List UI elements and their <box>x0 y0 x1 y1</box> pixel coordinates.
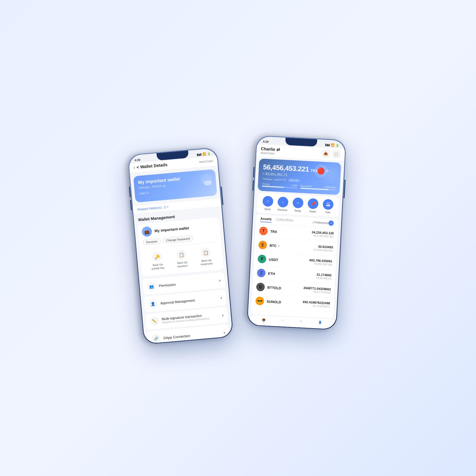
bttold-logo: B <box>256 282 265 291</box>
add-asset-button[interactable]: + <box>328 220 334 226</box>
energy-stat: Energy 37/60 <box>262 182 298 189</box>
approval-title: Approval Management <box>160 296 218 305</box>
volume-down-button <box>130 200 132 210</box>
permission-title: Permission <box>159 279 216 288</box>
volume-up-button-r <box>253 167 255 177</box>
backup-private-key[interactable]: 🔑 Back Upprivate key <box>150 251 164 271</box>
trx-logo: T <box>259 227 268 236</box>
bttold-amount: 2648771.04328662 ≈$ 6.77419355 <box>303 286 331 294</box>
permission-icon: 👥 <box>147 282 156 291</box>
vote-action[interactable]: 🗳 Vote <box>322 199 334 214</box>
usdt-name: USDT <box>269 257 309 263</box>
eth-name: ETH <box>268 271 316 278</box>
eth-logo: Ξ <box>257 268 266 277</box>
scan-icon-btn[interactable]: ⬚ <box>332 150 341 159</box>
dapp-text: DApp Connection <box>163 331 221 340</box>
vote-label: Vote <box>325 211 331 214</box>
nav-history[interactable]: ↻ <box>300 320 302 324</box>
wallet-management-card: 💼 My important wallet Rename Change Pass… <box>138 217 224 277</box>
profile-nav-icon: 👤 <box>318 321 322 324</box>
swap-action[interactable]: ↔ Swap <box>292 197 304 212</box>
transfer-icon-btn[interactable]: 📤 <box>321 149 330 158</box>
signal-icon-r: ▮▮▮ <box>325 143 330 147</box>
backup-keystore[interactable]: 📋 Back Upkeystore <box>176 249 188 268</box>
rename-button[interactable]: Rename <box>143 238 161 245</box>
stake-label: Stake <box>309 210 316 213</box>
change-password-button[interactable]: Change Password <box>162 235 193 244</box>
chain-label: MainChain <box>199 159 213 164</box>
status-icons-right: ▮▮▮ 📶 🔋 <box>325 143 340 147</box>
time-right: 4:20 <box>263 140 269 143</box>
header-left-group: ‹ < Wallet Details <box>133 162 168 170</box>
phones-container: 4:20 ▮▮▮ 📶 🔋 ‹ < Wallet Details MainChai… <box>135 143 341 333</box>
send-label: Send <box>264 208 271 211</box>
chevron-right-icon: › <box>219 278 221 283</box>
stake-icon: 📌 <box>308 198 319 209</box>
nav-profile[interactable]: 👤 <box>318 321 322 326</box>
balance-card: 🔴 56,456,453.221 TRX 👁 ↗ ≈ $3,951,951.71… <box>258 158 341 195</box>
tab-assets[interactable]: Assets <box>260 217 272 223</box>
mgmt-wallet-name: My important wallet <box>154 223 217 233</box>
usdt-logo: ₮ <box>258 255 267 264</box>
right-phone-content: Charlie ⇄ MainChain 📤 ⬚ 🔴 56,456,453.221… <box>248 144 345 329</box>
page-title: < Wallet Details <box>136 162 168 170</box>
backup-mnemonic-icon: 📋 <box>201 247 211 258</box>
receive-label: Receive <box>278 208 287 212</box>
signal-icon: ▮▮▮ <box>196 153 202 157</box>
trx-amount: 34,234,453.126 ≈$ 2,760,842.982 <box>312 230 334 238</box>
send-icon: ↑ <box>262 196 273 207</box>
btc-amount: 30.810455 ≈$ 1555,934.813 <box>313 244 333 252</box>
power-button-r <box>344 180 346 198</box>
sunold-name: SUNOLD <box>267 299 303 305</box>
wifi-icon: 📶 <box>202 152 206 156</box>
chevron-right-icon-4: › <box>223 330 225 335</box>
multisig-text: Multi-signature transaction Request or p… <box>162 312 219 324</box>
wallet-toggle[interactable] <box>204 180 212 186</box>
tab-collectibles[interactable]: Collectibles <box>276 217 294 224</box>
phone-right-screen: 4:20 ▮▮▮ 📶 🔋 Charlie ⇄ MainChain 📤 <box>248 136 346 329</box>
bttold-name: BTTOLD <box>267 285 304 291</box>
preference-button[interactable]: ↕ Preference <box>312 221 329 225</box>
asset-list: T TRX 34,234,453.126 ≈$ 2,760,842.982 ₿ … <box>251 224 338 318</box>
btc-name: BTC ✓ <box>269 243 313 250</box>
phone-right: 4:20 ▮▮▮ 📶 🔋 Charlie ⇄ MainChain 📤 <box>246 135 346 330</box>
delete-wallet-button[interactable]: Delete wallet <box>149 343 231 344</box>
copy-icon[interactable]: ⧉ <box>163 184 166 187</box>
eth-amount: 21.174682 ≈$ 85,885.35 <box>316 273 332 280</box>
nav-assets[interactable]: 💼 <box>262 318 266 323</box>
permission-text: Permission <box>159 279 216 288</box>
btc-verified-icon: ✓ <box>278 244 280 247</box>
volume-up-button <box>129 187 131 197</box>
dapp-icon: 🔗 <box>151 334 161 343</box>
history-nav-icon: ↻ <box>300 320 302 323</box>
battery-icon: 🔋 <box>207 152 211 155</box>
vote-icon: 🗳 <box>323 199 334 210</box>
send-action[interactable]: ↑ Send <box>262 196 273 211</box>
nav-layers[interactable]: ⬡ <box>281 319 284 323</box>
copy-addr-icon[interactable]: ⧉ <box>283 178 286 181</box>
phone-left: 4:20 ▮▮▮ 📶 🔋 ‹ < Wallet Details MainChai… <box>127 147 234 345</box>
btc-logo: ₿ <box>258 241 267 250</box>
swap-label: Swap <box>294 209 301 212</box>
balance-unit: TRX <box>310 168 318 173</box>
time-left: 4:20 <box>134 158 140 162</box>
receive-action[interactable]: ↓ Receive <box>277 196 289 212</box>
power-button <box>221 186 223 205</box>
usdt-amount: 602,786.035091 ≈$ 606,000.199 <box>309 258 332 266</box>
back-arrow-icon[interactable]: ‹ <box>133 165 135 170</box>
backup-row: 🔑 Back Upprivate key 📋 Back Upkeystore 📋… <box>144 245 220 273</box>
sunold-amount: 692.418878222498 ≈$ 13.5483871 <box>303 300 330 308</box>
volume-down-button-r <box>252 180 254 191</box>
wifi-icon-r: 📶 <box>331 143 335 147</box>
backup-mnemonic[interactable]: 📋 Back Upmnemonic <box>199 247 213 266</box>
receive-icon: ↓ <box>277 196 289 208</box>
approval-text: Approval Management <box>160 296 218 305</box>
status-icons-left: ▮▮▮ 📶 🔋 <box>196 152 211 157</box>
battery-icon-r: 🔋 <box>336 144 340 147</box>
backup-key-icon: 🔑 <box>152 251 162 262</box>
phone-left-screen: 4:20 ▮▮▮ 📶 🔋 ‹ < Wallet Details MainChai… <box>128 148 233 344</box>
non-hd-badge: Non-HD <box>288 178 300 182</box>
stake-action[interactable]: 📌 Stake <box>307 198 319 213</box>
wallet-card: My important wallet THPvaU...Fhn5YC ⧉ In… <box>133 169 217 203</box>
actions-row: ↑ Send ↓ Receive ↔ Swap 📌 Stake <box>257 193 340 217</box>
